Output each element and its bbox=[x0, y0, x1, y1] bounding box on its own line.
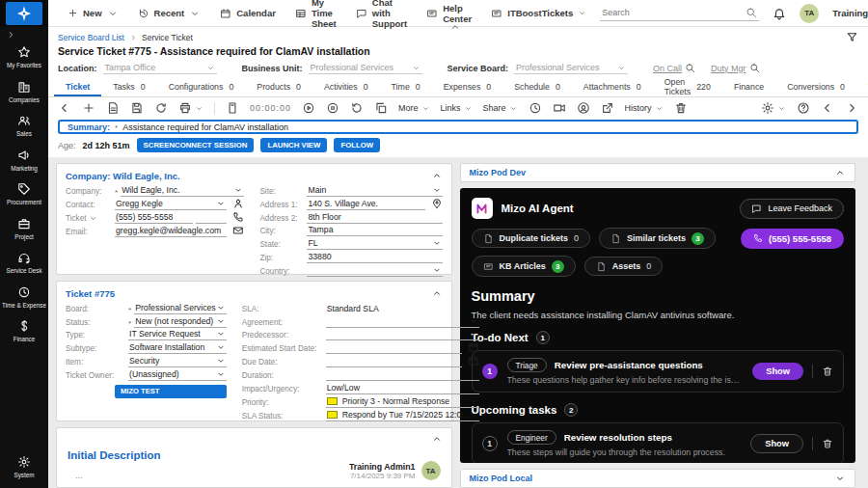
sidebar-item-service-desk[interactable]: Service Desk bbox=[0, 245, 48, 280]
owner-person-icon[interactable] bbox=[577, 101, 590, 115]
app-logo[interactable] bbox=[0, 0, 48, 27]
mizo-pod-local-bar[interactable]: Mizo Pod Local bbox=[460, 469, 856, 488]
history-menu[interactable]: History bbox=[625, 103, 664, 113]
tab-ticket[interactable]: Ticket bbox=[54, 79, 101, 96]
more-menu[interactable]: More bbox=[398, 103, 430, 113]
collapse-icon[interactable] bbox=[431, 287, 443, 299]
sla-status-value[interactable]: Respond by Tue 7/15/2025 12:0... bbox=[326, 410, 479, 421]
agreement-value[interactable] bbox=[326, 316, 479, 328]
itboost-menu[interactable]: ITBoost bbox=[491, 8, 541, 19]
mizo-test-badge[interactable]: MIZO TEST bbox=[115, 385, 227, 398]
user-avatar[interactable]: TA bbox=[800, 4, 819, 23]
tab-configurations[interactable]: Configurations0 bbox=[157, 79, 246, 96]
delete-trash-icon[interactable] bbox=[674, 101, 688, 115]
add-icon[interactable] bbox=[82, 101, 95, 115]
sidebar-expand-icon[interactable] bbox=[6, 30, 15, 40]
tab-attachments[interactable]: Attachments0 bbox=[572, 79, 653, 96]
city-value[interactable]: Tampa bbox=[307, 225, 442, 236]
phone-ext-field[interactable] bbox=[196, 213, 227, 224]
timer-start-icon[interactable] bbox=[302, 101, 315, 115]
sidebar-item-system[interactable]: System bbox=[0, 449, 48, 484]
sidebar-item-finance[interactable]: Finance bbox=[0, 313, 48, 348]
chevron-down-icon[interactable] bbox=[89, 214, 97, 223]
show-button[interactable]: Show bbox=[750, 434, 803, 453]
tab-products[interactable]: Products0 bbox=[245, 79, 312, 96]
collapse-icon[interactable] bbox=[834, 167, 846, 178]
calendar-menu[interactable]: Calendar bbox=[220, 8, 276, 19]
state-value[interactable]: FL bbox=[307, 238, 442, 250]
launch-view-button[interactable]: LAUNCH VIEW bbox=[260, 138, 327, 152]
account-dropdown[interactable]: Training bbox=[832, 8, 868, 18]
duplicate-tickets-chip[interactable]: Duplicate tickets0 bbox=[472, 229, 591, 248]
sidebar-item-sales[interactable]: Sales bbox=[0, 108, 48, 143]
calendar-icon[interactable] bbox=[468, 341, 479, 353]
mail-icon[interactable] bbox=[232, 225, 244, 236]
follow-button[interactable]: FOLLOW bbox=[334, 138, 380, 152]
links-menu[interactable]: Links bbox=[441, 103, 473, 113]
collapse-icon[interactable] bbox=[431, 170, 443, 181]
sidebar-item-project[interactable]: Project bbox=[0, 211, 48, 246]
similar-tickets-chip[interactable]: Similar tickets3 bbox=[599, 228, 716, 249]
calendar-icon[interactable] bbox=[468, 355, 479, 366]
tab-open-tickets[interactable]: Open Tickets220 bbox=[653, 79, 722, 96]
status-value[interactable]: New (not responded) bbox=[134, 316, 227, 328]
leave-feedback-button[interactable]: Leave Feedback bbox=[740, 199, 844, 219]
search-scope-dropdown[interactable]: Tickets bbox=[542, 8, 587, 18]
timer-reset-icon[interactable] bbox=[350, 101, 364, 115]
save-icon[interactable] bbox=[130, 101, 144, 115]
schedule-clock-icon[interactable] bbox=[529, 101, 542, 115]
new-menu[interactable]: New bbox=[68, 8, 119, 19]
address2-value[interactable]: 8th Floor bbox=[307, 212, 442, 224]
business-unit-select[interactable]: Professional Services bbox=[309, 62, 422, 74]
tab-audit-trail[interactable]: Audit Trail bbox=[856, 79, 868, 96]
duration-value[interactable] bbox=[326, 379, 479, 381]
call-phone-button[interactable]: (555) 555-5558 bbox=[741, 229, 844, 249]
company-value[interactable]: Wild Eagle, Inc. bbox=[121, 185, 244, 197]
email-value[interactable]: gregg.kegle@wildeagle.com bbox=[115, 226, 227, 237]
chat-with-support-menu[interactable]: Chat with Support bbox=[356, 0, 407, 29]
sidebar-item-my-favorites[interactable]: My Favorites bbox=[0, 40, 48, 74]
note-icon[interactable] bbox=[106, 101, 120, 115]
phone-icon[interactable] bbox=[232, 211, 244, 223]
help-center-menu[interactable]: Help Center bbox=[426, 3, 472, 24]
tab-schedule[interactable]: Schedule0 bbox=[502, 79, 572, 96]
trash-icon[interactable] bbox=[822, 438, 833, 449]
company-section-title[interactable]: Company: Wild Eagle, Inc. bbox=[66, 171, 180, 181]
prev-record-icon[interactable] bbox=[821, 101, 834, 115]
mizo-pod-dev-bar[interactable]: Mizo Pod Dev bbox=[460, 163, 856, 182]
assets-chip[interactable]: Assets0 bbox=[584, 257, 664, 276]
tab-conversions[interactable]: Conversions0 bbox=[775, 79, 856, 96]
collapse-icon[interactable] bbox=[431, 433, 443, 445]
breadcrumb-service-board-list[interactable]: Service Board List bbox=[58, 33, 124, 42]
sidebar-item-companies[interactable]: Companies bbox=[0, 74, 48, 109]
help-icon[interactable] bbox=[797, 101, 810, 115]
site-value[interactable]: Main bbox=[307, 185, 442, 197]
search-input[interactable] bbox=[602, 8, 740, 17]
summary-field[interactable]: Summary: Assistance required for ClamAV … bbox=[58, 120, 858, 134]
country-value[interactable] bbox=[307, 265, 442, 277]
tab-finance[interactable]: Finance bbox=[722, 79, 775, 96]
show-button[interactable]: Show bbox=[752, 363, 803, 380]
back-icon[interactable] bbox=[58, 101, 71, 115]
due-date-value[interactable] bbox=[326, 366, 462, 367]
on-call-link[interactable]: On Call bbox=[653, 64, 682, 73]
location-select[interactable]: Tampa Office bbox=[103, 62, 217, 74]
tab-tasks[interactable]: Tasks0 bbox=[101, 79, 156, 96]
type-value[interactable]: IT Service Request bbox=[128, 329, 227, 340]
priority-value[interactable]: Priority 3 - Normal Response bbox=[326, 396, 479, 408]
screenconnect-session-button[interactable]: SCREENCONNECT SESSION bbox=[137, 138, 255, 152]
kb-articles-chip[interactable]: KB Articles3 bbox=[472, 256, 576, 277]
refresh-icon[interactable] bbox=[154, 101, 168, 115]
duty-mgr-link[interactable]: Duty Mgr bbox=[711, 64, 746, 73]
open-in-new-icon[interactable] bbox=[601, 101, 614, 115]
my-time-sheet-menu[interactable]: My Time Sheet bbox=[295, 0, 337, 29]
trash-icon[interactable] bbox=[822, 366, 833, 377]
zip-value[interactable]: 33880 bbox=[307, 252, 442, 263]
item-value[interactable]: Security bbox=[128, 356, 227, 367]
address1-value[interactable]: 140 S. Village Ave. bbox=[307, 199, 424, 210]
impact-urgency-value[interactable]: Low/Low bbox=[326, 383, 479, 394]
estimated-start-date-value[interactable] bbox=[326, 352, 462, 354]
service-board-select[interactable]: Professional Services bbox=[514, 62, 628, 74]
search-icon[interactable] bbox=[746, 7, 757, 18]
ticket-owner-value[interactable]: (Unassigned) bbox=[128, 369, 227, 381]
